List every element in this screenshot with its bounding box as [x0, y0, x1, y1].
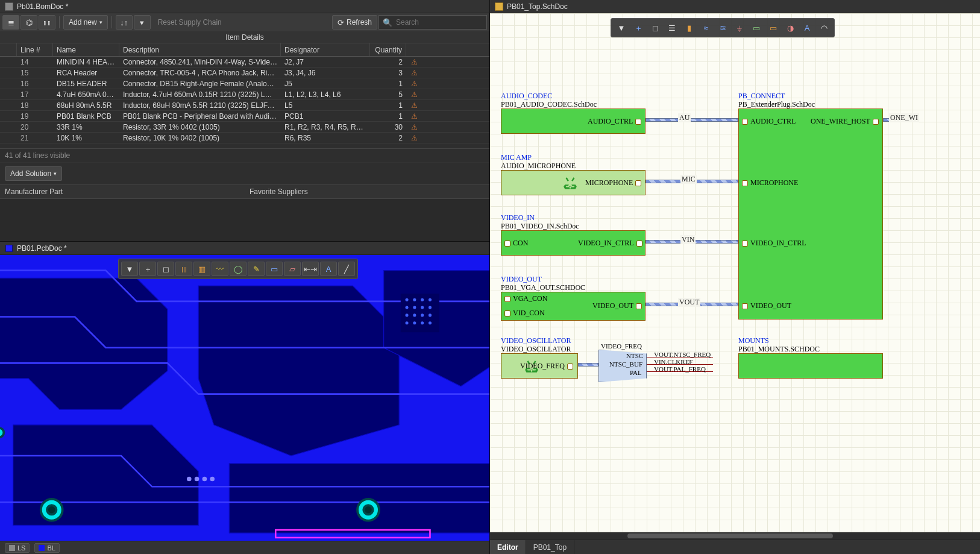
- table-row[interactable]: 14MINIDIN 4 HEADERConnector, 4850.241, M…: [0, 57, 489, 68]
- block-video-in-title: VIDEO_IN PB01_VIDEO_IN.SchDoc: [501, 213, 579, 230]
- align-icon[interactable]: ☰: [664, 21, 680, 34]
- net-pal-freq: VOUT.PAL_FREQ: [654, 365, 706, 373]
- svg-point-14: [429, 313, 432, 316]
- netlabel-icon[interactable]: ▭: [765, 21, 781, 34]
- table-row[interactable]: 16DB15 HEADERConnector, DB15 Right-Angle…: [0, 78, 489, 89]
- trap-ntsc: NTSC: [626, 352, 643, 359]
- port-microphone-out[interactable]: MICROPHONE: [585, 178, 641, 187]
- port-vid-con[interactable]: VID_CON: [504, 309, 545, 318]
- block-mounts[interactable]: [738, 353, 883, 379]
- block-mic-title: MIC AMP AUDIO_MICROPHONE: [501, 153, 576, 170]
- crosshair-icon[interactable]: ＋: [139, 262, 156, 276]
- port-pb-microphone[interactable]: MICROPHONE: [742, 178, 798, 187]
- search-input[interactable]: [396, 18, 483, 27]
- port-audio-ctrl-out[interactable]: AUDIO_CTRL: [588, 117, 641, 126]
- port-video-in-ctrl-out[interactable]: VIDEO_IN_CTRL: [578, 239, 642, 248]
- svg-point-28: [203, 477, 207, 482]
- text-icon[interactable]: A: [799, 21, 815, 34]
- recycle-icon: [562, 175, 578, 190]
- port-one-wire-host[interactable]: ONE_WIRE_HOST: [811, 117, 879, 126]
- view-list-button[interactable]: ≣: [2, 15, 19, 30]
- svg-point-27: [195, 477, 199, 482]
- port-vga-con[interactable]: VGA_CON: [504, 294, 547, 303]
- svg-point-4: [413, 298, 416, 301]
- stack-icon[interactable]: ▥: [193, 262, 210, 276]
- tab-pb01-top[interactable]: PB01_Top: [526, 540, 574, 554]
- trap-ntsc-buf: NTSC_BUF: [609, 360, 642, 368]
- svg-point-6: [429, 298, 432, 301]
- arc-icon[interactable]: ◠: [816, 21, 832, 34]
- svg-point-7: [405, 306, 408, 309]
- table-row[interactable]: 2110K 1%Resistor, 10K 1% 0402 (1005)R6, …: [0, 133, 489, 143]
- bus-osc: [578, 363, 598, 367]
- poly-icon[interactable]: ▱: [284, 262, 301, 276]
- svg-point-8: [413, 306, 416, 309]
- table-row[interactable]: 2033R 1%Resistor, 33R 1% 0402 (1005)R1, …: [0, 122, 489, 133]
- filter-icon[interactable]: ▼: [614, 21, 629, 34]
- bus-icon[interactable]: ≋: [715, 21, 730, 34]
- pcb-canvas[interactable]: ▼ ＋ ◻ ⫼ ▥ 〰 ◯ ✎ ▭ ▱ ⇤⇥ A ╱: [0, 255, 489, 541]
- add-new-button[interactable]: Add new▾: [63, 15, 108, 30]
- add-solution-button[interactable]: Add Solution▾: [5, 166, 62, 181]
- reset-supply-chain[interactable]: Reset Supply Chain: [152, 18, 228, 27]
- dim-icon[interactable]: ⇤⇥: [302, 262, 319, 276]
- pcb-title: PB01.PcbDoc *: [17, 244, 67, 253]
- port-video-freq[interactable]: VIDEO_FREQ: [520, 362, 573, 371]
- block-pb-connect-title: PB_CONNECT PB_ExtenderPlug.SchDoc: [738, 92, 815, 109]
- bom-file-icon: [5, 2, 13, 11]
- sch-tabs: Editor PB01_Top: [490, 540, 980, 554]
- col-line[interactable]: Line #: [17, 43, 53, 56]
- gnd-icon[interactable]: ⏚: [732, 21, 747, 34]
- route-icon[interactable]: 〰: [212, 262, 228, 276]
- bus-au: [645, 118, 738, 122]
- port-icon[interactable]: ▭: [749, 21, 764, 34]
- text-icon[interactable]: A: [320, 262, 337, 276]
- col-qty[interactable]: Quantity: [370, 43, 406, 56]
- col-desc[interactable]: Description: [119, 43, 281, 56]
- via-icon[interactable]: ◯: [230, 262, 247, 276]
- status-chip-bl[interactable]: BL: [34, 543, 59, 553]
- search-icon: 🔍: [383, 19, 392, 27]
- sch-hscrollbar[interactable]: [490, 532, 980, 540]
- filter-icon[interactable]: ▼: [121, 262, 138, 276]
- pcb-toolbar: ▼ ＋ ◻ ⫼ ▥ 〰 ◯ ✎ ▭ ▱ ⇤⇥ A ╱: [118, 259, 358, 279]
- probe-icon[interactable]: ◑: [782, 21, 798, 34]
- status-chip-ls[interactable]: LS: [5, 543, 30, 553]
- sort-drop-button[interactable]: ▾: [134, 15, 151, 30]
- port-video-out-out[interactable]: VIDEO_OUT: [592, 301, 642, 310]
- part-icon[interactable]: ▮: [681, 21, 697, 34]
- sort-button[interactable]: ↓↑: [116, 15, 133, 30]
- port-pb-audio-ctrl[interactable]: AUDIO_CTRL: [742, 117, 796, 126]
- wire-icon[interactable]: ≈: [698, 21, 714, 34]
- pcb-titlebar: PB01.PcbDoc *: [0, 242, 489, 255]
- bus-label-onewire: ONE_WI: [889, 113, 919, 122]
- table-row[interactable]: 1868uH 80mA 5.5RInductor, 68uH 80mA 5.5R…: [0, 100, 489, 111]
- view-tree-button[interactable]: ⌬: [20, 15, 37, 30]
- table-row[interactable]: 174.7uH 650mA 0.15RInductor, 4.7uH 650mA…: [0, 89, 489, 100]
- col-fav[interactable]: Favorite Suppliers: [245, 185, 489, 198]
- probe-icon[interactable]: ✎: [248, 262, 265, 276]
- port-pb-video-out[interactable]: VIDEO_OUT: [742, 301, 791, 310]
- pcb-render: [0, 255, 489, 541]
- col-name[interactable]: Name: [53, 43, 119, 56]
- grid-body[interactable]: 14MINIDIN 4 HEADERConnector, 4850.241, M…: [0, 57, 489, 148]
- schematic-canvas[interactable]: ▼ ＋ ◻ ☰ ▮ ≈ ≋ ⏚ ▭ ▭ ◑ A ◠ AUDIO_CODEC PB…: [490, 13, 980, 532]
- line-icon[interactable]: ╱: [338, 262, 355, 276]
- refresh-button[interactable]: ⟳Refresh: [332, 15, 377, 30]
- select-rect-icon[interactable]: ◻: [647, 21, 663, 34]
- bus-label-au: AU: [678, 113, 691, 122]
- port-con[interactable]: CON: [504, 239, 528, 248]
- table-row[interactable]: 19PB01 Blank PCBPB01 Blank PCB - Periphe…: [0, 111, 489, 122]
- table-row[interactable]: 15RCA HeaderConnector, TRC-005-4 , RCA P…: [0, 68, 489, 78]
- tab-editor[interactable]: Editor: [490, 540, 526, 554]
- port-pb-video-in-ctrl[interactable]: VIDEO_IN_CTRL: [742, 239, 806, 248]
- col-mfr[interactable]: Manufacturer Part: [0, 185, 245, 198]
- align-icon[interactable]: ⫼: [175, 262, 192, 276]
- crosshair-icon[interactable]: ＋: [630, 21, 646, 34]
- view-chart-button[interactable]: ⫾⫾: [39, 15, 55, 30]
- select-rect-icon[interactable]: ◻: [157, 262, 174, 276]
- block-pb-connect[interactable]: [738, 109, 883, 319]
- layer-icon[interactable]: ▭: [266, 262, 283, 276]
- search-box[interactable]: 🔍: [378, 15, 487, 30]
- col-desig[interactable]: Designator: [281, 43, 370, 56]
